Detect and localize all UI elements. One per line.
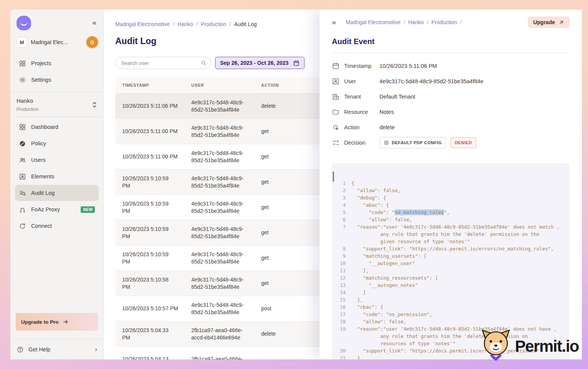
cell-user: 4e9c317c-5d48-48c9- 85d2-51be35a4f84e: [184, 175, 254, 189]
app-window: « M Madrigal Elec... G ProjectsSettings …: [10, 10, 582, 359]
code-text: resources of type 'notes'": [351, 341, 455, 346]
line-number: 5: [335, 209, 346, 216]
new-badge: NEW: [81, 206, 95, 213]
line-number: 1: [335, 180, 346, 187]
line-number: 14: [335, 289, 346, 296]
cell-timestamp: 10/26/2023 5:10:59 PM: [115, 251, 184, 265]
cell-timestamp: 10/26/2023 5:10:58 PM: [115, 276, 184, 291]
code-line: 3 "debug": {: [335, 194, 566, 201]
grid-icon: [19, 124, 26, 131]
cell-user: 4e9c317c-5d48-48c9- 85d2-51be35a4f84e: [184, 150, 254, 164]
breadcrumb-separator: /: [404, 19, 405, 25]
breadcrumb-item[interactable]: Madrigal Electromotive: [346, 19, 401, 25]
line-number: 12: [335, 274, 346, 282]
workspace-name: Madrigal Elec...: [31, 39, 83, 45]
code-line: 15 },: [335, 296, 566, 303]
sidebar-item-connect[interactable]: Connect: [15, 218, 99, 234]
code-line: 8 "support_link": "https://docs.permit.i…: [335, 245, 566, 252]
cell-timestamp: 10/26/2023 5:10:59 PM: [115, 226, 184, 240]
code-text: "__autogen_user": [351, 260, 415, 266]
line-number: 4: [335, 201, 346, 209]
code-text: "support_link": "https://docs.permit.io/…: [351, 246, 554, 252]
divider: [332, 53, 570, 53]
audit-event-drawer: » Madrigal Electromotive/Hanko/Productio…: [320, 10, 582, 359]
cell-timestamp: 10/26/2023 5:11:00 PM: [115, 128, 184, 135]
line-number: 15: [335, 296, 346, 303]
folder-icon: [332, 108, 340, 116]
watermark-text: Permit.io: [515, 337, 579, 356]
sidebar-collapse-icon[interactable]: «: [92, 16, 96, 26]
line-number: 2: [335, 187, 346, 194]
code-text: "allow": false,: [351, 217, 412, 222]
drawer-breadcrumb: Madrigal Electromotive/Hanko/Production/: [346, 19, 528, 25]
sidebar-item-dashboard[interactable]: Dashboard: [15, 119, 99, 135]
code-line: 1{: [335, 180, 566, 187]
code-text: "debug": {: [351, 195, 386, 201]
code-text: "rbac": {: [351, 304, 383, 310]
badge-default-pdp-config[interactable]: DEFAULT PDP CONFIG: [379, 137, 446, 148]
breadcrumb-item[interactable]: Hanko: [177, 21, 193, 27]
sidebar-item-users[interactable]: Users: [15, 152, 99, 168]
line-number: 8: [335, 245, 346, 252]
sidebar-item-elements[interactable]: Elements: [15, 168, 99, 184]
environment-name: Production: [17, 107, 97, 112]
column-header-user[interactable]: USER: [184, 83, 254, 87]
badge-denied: DENIED: [451, 137, 476, 148]
proxy-icon: [19, 206, 26, 213]
get-help-button[interactable]: Get Help ›: [10, 339, 103, 359]
code-line: 17 "code": "no_permission",: [335, 311, 566, 318]
field-value: Default Tenant: [379, 94, 415, 100]
field-value: 4e9c317c-5d48-48c9-85d2-51be35a4f84e: [379, 78, 484, 84]
date-range-picker[interactable]: Sep 26, 2023 - Oct 26, 2023: [215, 57, 305, 69]
code-text: ]: [351, 290, 366, 295]
pdp-config-icon: [384, 140, 389, 145]
cell-user: 2fb1ca97-aea0-466e-: [184, 356, 254, 359]
drawer-title: Audit Event: [332, 37, 570, 46]
breadcrumb-separator: /: [230, 21, 231, 27]
field-decision: DecisionDEFAULT PDP CONFIGDENIED: [332, 135, 570, 150]
code-text: any rule that grants him the 'delete' pe…: [351, 231, 539, 237]
environment-selector[interactable]: Hanko Production: [10, 92, 103, 117]
upgrade-button[interactable]: Upgrade: [528, 16, 570, 28]
workspace-switcher[interactable]: M Madrigal Elec... G: [10, 33, 103, 53]
upgrade-to-pro-button[interactable]: Upgrade to Pro: [16, 313, 98, 331]
sidebar-item-policy[interactable]: Policy: [15, 135, 99, 152]
sidebar-item-settings[interactable]: Settings: [15, 72, 99, 88]
field-label: User: [344, 78, 379, 84]
breadcrumb-item[interactable]: Audit Log: [234, 21, 257, 27]
project-name: Hanko: [17, 97, 97, 104]
field-resource: ResourceNotes: [332, 104, 570, 120]
search-field: [115, 57, 211, 69]
policy-icon: [19, 140, 26, 147]
line-number: 18: [335, 318, 346, 325]
line-number: 10: [335, 260, 346, 267]
breadcrumb-item[interactable]: Madrigal Electromotive: [115, 21, 170, 27]
sidebar-item-projects[interactable]: Projects: [15, 55, 99, 71]
search-icon: [200, 60, 207, 66]
breadcrumb-item[interactable]: Production: [201, 21, 227, 27]
drawer-collapse-icon[interactable]: »: [332, 18, 335, 26]
permit-io-watermark: Permit.io: [480, 328, 579, 364]
get-help-label: Get Help: [28, 346, 50, 353]
scrollbar-thumb[interactable]: [333, 171, 334, 182]
chevron-updown-icon[interactable]: [92, 100, 97, 109]
breadcrumb-item[interactable]: Hanko: [408, 19, 424, 25]
sidebar-item-foaz-proxy[interactable]: FoAz ProxyNEW: [15, 201, 99, 217]
code-text: ],: [351, 268, 369, 273]
code-line: 16 "rbac": {: [335, 303, 566, 311]
search-input[interactable]: [115, 57, 211, 69]
avatar[interactable]: G: [86, 36, 98, 48]
field-value: Notes: [379, 109, 394, 115]
breadcrumb-item[interactable]: Production: [431, 19, 457, 25]
code-text: "matching_resourcesets": [: [351, 275, 438, 281]
cell-timestamp: 10/26/2023 5:10:59 PM: [115, 200, 184, 215]
line-number: 11: [335, 267, 346, 274]
calendar-icon: [332, 62, 340, 70]
shiba-mascot-icon: [480, 328, 512, 364]
code-line: given resource of type 'notes'": [335, 238, 566, 245]
column-header-timestamp[interactable]: TIMESTAMP: [115, 83, 184, 87]
upgrade-label: Upgrade: [533, 19, 555, 25]
tenant-icon: [332, 93, 340, 100]
arrow-right-icon: [63, 319, 69, 325]
sidebar-item-audit-log[interactable]: Audit Log: [15, 185, 99, 201]
